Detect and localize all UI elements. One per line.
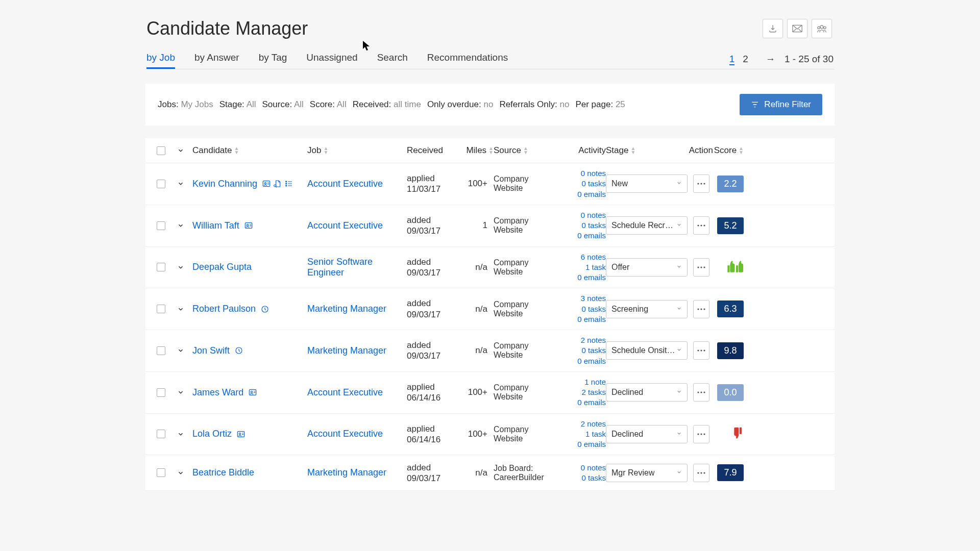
activity-link[interactable]: 6 notes	[560, 252, 606, 262]
filter-received[interactable]: Received: all time	[353, 99, 421, 110]
row-action-button[interactable]	[693, 425, 709, 443]
col-score[interactable]: Score▲▼	[713, 145, 744, 156]
activity-link[interactable]: 0 emails	[560, 231, 606, 241]
candidate-link[interactable]: James Ward	[192, 387, 243, 398]
job-link[interactable]: Marketing Manager	[307, 467, 386, 478]
filter-stage[interactable]: Stage: All	[219, 99, 256, 110]
col-source[interactable]: Source▲▼	[494, 145, 560, 156]
row-checkbox[interactable]	[157, 221, 165, 230]
activity-link[interactable]: 0 emails	[560, 356, 606, 366]
activity-link[interactable]: 2 notes	[560, 419, 606, 429]
expand-row-toggle[interactable]	[177, 222, 192, 229]
expand-row-toggle[interactable]	[177, 469, 192, 477]
stage-select[interactable]: Declined	[606, 383, 688, 402]
stage-select[interactable]: Schedule Recruit...	[606, 216, 688, 235]
row-checkbox[interactable]	[157, 346, 165, 355]
tab-by-answer[interactable]: by Answer	[194, 52, 239, 69]
download-icon[interactable]	[763, 19, 783, 38]
activity-link[interactable]: 0 tasks	[560, 220, 606, 231]
id-card-icon[interactable]	[244, 221, 253, 230]
activity-link[interactable]: 0 emails	[560, 397, 606, 408]
job-link[interactable]: Senior Software Engineer	[307, 257, 373, 278]
candidate-link[interactable]: Lola Ortiz	[192, 429, 232, 439]
expand-row-toggle[interactable]	[177, 347, 192, 354]
activity-link[interactable]: 1 task	[560, 262, 606, 272]
row-checkbox[interactable]	[157, 430, 165, 438]
users-icon[interactable]	[812, 19, 832, 38]
id-card-icon[interactable]	[237, 430, 245, 438]
filter-perpage[interactable]: Per page: 25	[575, 99, 625, 110]
job-link[interactable]: Account Executive	[307, 220, 383, 231]
activity-link[interactable]: 1 note	[560, 377, 606, 387]
job-link[interactable]: Account Executive	[307, 387, 383, 397]
row-action-button[interactable]	[693, 300, 709, 318]
stage-select[interactable]: Declined	[606, 425, 688, 443]
col-candidate[interactable]: Candidate▲▼	[192, 145, 307, 156]
tab-by-job[interactable]: by Job	[146, 52, 175, 69]
job-link[interactable]: Marketing Manager	[307, 345, 386, 356]
col-activity[interactable]: Activity	[560, 145, 606, 156]
tab-search[interactable]: Search	[377, 52, 408, 69]
id-card-icon[interactable]	[249, 388, 257, 396]
activity-link[interactable]: 0 emails	[560, 272, 606, 283]
refine-filter-button[interactable]: Refine Filter	[740, 94, 822, 115]
expand-row-toggle[interactable]	[177, 180, 192, 187]
stage-select[interactable]: Screening	[606, 300, 688, 318]
activity-link[interactable]: 3 notes	[560, 293, 606, 304]
stage-select[interactable]: Mgr Review	[606, 464, 688, 482]
filter-referralsonly[interactable]: Referrals Only: no	[499, 99, 569, 110]
tab-unassigned[interactable]: Unassigned	[306, 52, 357, 69]
row-action-button[interactable]	[693, 258, 709, 277]
job-link[interactable]: Marketing Manager	[307, 304, 386, 314]
activity-link[interactable]: 0 tasks	[560, 473, 606, 483]
next-page-arrow-icon[interactable]: →	[766, 54, 775, 65]
activity-link[interactable]: 0 emails	[560, 314, 606, 324]
row-checkbox[interactable]	[157, 180, 165, 188]
expand-row-toggle[interactable]	[177, 389, 192, 396]
activity-link[interactable]: 0 tasks	[560, 304, 606, 314]
row-checkbox[interactable]	[157, 263, 165, 271]
activity-link[interactable]: 0 notes	[560, 463, 606, 473]
row-action-button[interactable]	[693, 464, 709, 482]
clock-icon[interactable]	[261, 305, 269, 313]
row-checkbox[interactable]	[157, 468, 165, 477]
stage-select[interactable]: Schedule Onsite I...	[606, 341, 688, 360]
id-card-icon[interactable]	[262, 180, 271, 188]
row-checkbox[interactable]	[157, 305, 165, 313]
tab-by-tag[interactable]: by Tag	[259, 52, 287, 69]
job-link[interactable]: Account Executive	[307, 429, 383, 439]
col-stage[interactable]: Stage▲▼	[606, 145, 690, 156]
activity-link[interactable]: 0 emails	[560, 439, 606, 449]
select-all-checkbox[interactable]	[157, 146, 165, 155]
candidate-link[interactable]: Jon Swift	[192, 345, 230, 356]
candidate-link[interactable]: William Taft	[192, 220, 239, 231]
list-icon[interactable]	[285, 180, 293, 188]
clock-icon[interactable]	[235, 346, 243, 355]
col-job[interactable]: Job▲▼	[307, 145, 407, 156]
page-2[interactable]: 2	[743, 54, 748, 64]
page-1[interactable]: 1	[729, 54, 735, 65]
activity-link[interactable]: 0 emails	[560, 189, 606, 199]
row-action-button[interactable]	[693, 383, 709, 402]
activity-link[interactable]: 0 tasks	[560, 179, 606, 189]
expand-row-toggle[interactable]	[177, 431, 192, 438]
row-action-button[interactable]	[693, 174, 709, 193]
activity-link[interactable]: 0 notes	[560, 210, 606, 220]
row-action-button[interactable]	[693, 216, 709, 235]
expand-all-toggle[interactable]	[177, 147, 192, 154]
expand-row-toggle[interactable]	[177, 306, 192, 313]
stage-select[interactable]: Offer	[606, 258, 688, 277]
filter-jobs[interactable]: Jobs: My Jobs	[158, 99, 213, 110]
activity-link[interactable]: 1 task	[560, 429, 606, 439]
row-action-button[interactable]	[693, 341, 709, 360]
job-link[interactable]: Account Executive	[307, 179, 383, 189]
expand-row-toggle[interactable]	[177, 264, 192, 271]
filter-score[interactable]: Score: All	[310, 99, 347, 110]
activity-link[interactable]: 2 notes	[560, 335, 606, 345]
candidate-link[interactable]: Kevin Channing	[192, 179, 257, 189]
filter-source[interactable]: Source: All	[262, 99, 304, 110]
activity-link[interactable]: 0 tasks	[560, 345, 606, 356]
activity-link[interactable]: 0 notes	[560, 168, 606, 179]
filter-onlyoverdue[interactable]: Only overdue: no	[427, 99, 494, 110]
col-miles[interactable]: Miles▲▼	[460, 145, 494, 156]
